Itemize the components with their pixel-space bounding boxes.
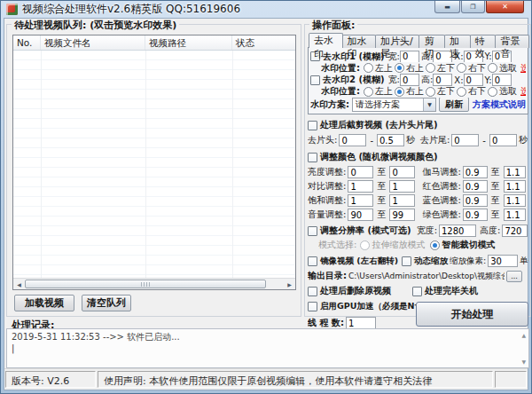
scroll-left-icon[interactable]: ◀ [13, 279, 25, 289]
trim-checkbox[interactable] [308, 121, 317, 130]
resolution-checkbox[interactable] [308, 226, 317, 236]
volume-to-input[interactable] [389, 209, 415, 221]
wm2-position-pick-radio[interactable] [488, 87, 497, 97]
watermark1-width-input[interactable] [400, 51, 419, 62]
wm2-position-topright-radio[interactable] [395, 87, 404, 97]
watermark2-width-input[interactable] [400, 74, 419, 85]
wm2-position-bottomleft-radio[interactable] [426, 87, 435, 97]
brightness-from-input[interactable] [348, 166, 373, 178]
wm2-position-bottomright-radio[interactable] [457, 87, 466, 97]
trim-head-from-input[interactable] [339, 134, 366, 146]
column-header-filename[interactable]: 视频文件名 [41, 35, 145, 50]
mode-smart-radio[interactable] [430, 240, 440, 250]
green-to-input[interactable] [504, 209, 526, 221]
gpu-threads-block: 启用GPU加速（必须是N卡） 线 程 数: [308, 301, 416, 329]
chevron-down-icon: ▼ [423, 98, 435, 111]
tab-effects[interactable]: 特效 [470, 35, 497, 48]
brightness-to-input[interactable] [389, 166, 415, 178]
res-height-input[interactable] [502, 225, 528, 237]
start-processing-button[interactable]: 开始处理 [416, 302, 528, 327]
wm1-position-pick-radio[interactable] [488, 63, 497, 73]
scroll-right-icon[interactable]: ▶ [284, 279, 295, 289]
tab-remove-watermark[interactable]: 去水印 [309, 33, 343, 48]
clear-queue-button[interactable]: 清空队列 [82, 295, 131, 311]
x-label: X: [454, 75, 463, 85]
tab-add-watermark[interactable]: 加水印 [342, 35, 377, 48]
video-list-body[interactable] [13, 51, 295, 278]
watermark2-height-input[interactable] [433, 74, 452, 85]
column-header-status[interactable]: 状态 [232, 35, 295, 50]
video-list[interactable]: No. 视频文件名 视频路径 状态 ◀ ▶ [12, 35, 296, 290]
mode-label: 模式选择: [318, 239, 356, 251]
horizontal-scrollbar[interactable]: ◀ ▶ [13, 278, 295, 289]
wm1-position-topleft-radio[interactable] [364, 63, 373, 73]
maximize-button[interactable]: ❐ [461, 1, 485, 13]
wm1-position-topright-radio[interactable] [395, 63, 404, 73]
load-videos-button[interactable]: 加载视频 [14, 295, 74, 311]
tab-cut[interactable]: 剪切 [419, 35, 445, 48]
trim-head-to-input[interactable] [377, 134, 404, 146]
y-label: Y: [485, 75, 492, 85]
saturation-from-input[interactable] [348, 194, 373, 207]
watermark2-x-input[interactable] [464, 74, 483, 85]
tab-bgm[interactable]: 背景音 [495, 35, 529, 48]
mirror-checkbox[interactable] [308, 256, 317, 266]
column-header-no[interactable]: No. [13, 35, 41, 50]
tab-intro-outro[interactable]: 加片头/尾 [375, 35, 419, 48]
watermark2-label: 去水印2 (模糊) [323, 74, 385, 85]
minimize-button[interactable]: ▬ [434, 1, 460, 13]
red-to-input[interactable] [504, 180, 526, 193]
res-width-input[interactable] [439, 225, 476, 237]
wm1-position-bottomleft-radio[interactable] [426, 63, 435, 73]
contrast-to-input[interactable] [389, 180, 415, 193]
close-button[interactable]: ✕ [486, 1, 524, 13]
gpu-label: 启用GPU加速（必须是N卡） [320, 301, 416, 312]
operation-panel-content: 去水印 加水印 加片头/尾 剪切 加速 特效 背景音 去水印1 (模糊) 宽: … [308, 33, 528, 316]
mode-stretch-radio[interactable] [360, 240, 370, 250]
resolution-label: 调整分辨率 (模式可选) [320, 225, 411, 237]
contrast-label: 对比调整: [308, 180, 346, 193]
gamma-from-input[interactable] [463, 166, 488, 178]
gpu-checkbox[interactable] [308, 302, 317, 311]
volume-from-input[interactable] [348, 209, 373, 221]
mirror-label: 镜像视频 (左右翻转) [320, 256, 398, 267]
scroll-up-icon[interactable]: ▲ [521, 332, 526, 338]
trim-tail-from-input[interactable] [451, 134, 479, 146]
log-box[interactable]: 2019-5-31 11:32:53 -->> 软件已启动... | ▲ ▼ [6, 328, 529, 368]
scheme-help-link[interactable]: 方案模式说明 [473, 98, 526, 111]
zoom-px-input[interactable] [488, 255, 518, 267]
delete-origin-label: 处理后删除原视频 [320, 285, 405, 297]
wm1-position-bottomright-radio[interactable] [457, 63, 466, 73]
gamma-to-input[interactable] [504, 166, 526, 178]
wm1-pick-link[interactable]: 选取 [520, 62, 526, 74]
wm2-pick-link[interactable]: 选取 [520, 86, 526, 98]
scroll-down-icon[interactable]: ▼ [521, 359, 526, 365]
column-divider [232, 51, 233, 278]
blue-from-input[interactable] [463, 194, 488, 207]
wm2-position-topleft-radio[interactable] [364, 87, 373, 97]
green-from-input[interactable] [463, 209, 488, 221]
watermark2-checkbox[interactable] [310, 75, 320, 85]
refresh-button[interactable]: 刷新 [439, 98, 469, 112]
contrast-from-input[interactable] [348, 180, 373, 193]
scheme-dropdown[interactable]: 请选择方案 ▼ [352, 98, 436, 112]
maximize-icon: ❐ [470, 4, 475, 11]
delete-origin-checkbox[interactable] [308, 287, 317, 296]
column-header-path[interactable]: 视频路径 [145, 35, 232, 50]
threads-label: 线 程 数: [308, 317, 344, 329]
dynamic-zoom-checkbox[interactable] [402, 256, 411, 266]
scrollbar-thumb[interactable] [25, 280, 266, 288]
shutdown-checkbox[interactable] [412, 287, 422, 296]
color-adjust-checkbox[interactable] [308, 153, 317, 162]
trim-tail-to-input[interactable] [489, 134, 517, 146]
tab-speed[interactable]: 加速 [444, 35, 471, 48]
threads-input[interactable] [346, 317, 376, 329]
red-from-input[interactable] [463, 180, 488, 193]
browse-button[interactable]: ... [506, 271, 522, 282]
watermark2-y-input[interactable] [492, 74, 512, 85]
res-height-label: 高度: [480, 225, 500, 237]
blue-to-input[interactable] [504, 194, 526, 207]
client-area: 待处理视频队列: (双击预览水印效果) No. 视频文件名 视频路径 状态 ◀ … [4, 18, 528, 390]
zoom-unit-label: 单位:像素 [520, 256, 528, 267]
saturation-to-input[interactable] [389, 194, 415, 207]
